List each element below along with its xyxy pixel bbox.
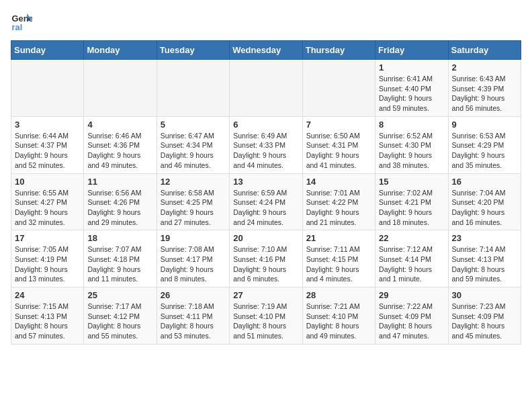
day-header-tuesday: Tuesday xyxy=(157,41,229,60)
day-number: 11 xyxy=(87,177,152,187)
calendar-body: 1Sunrise: 6:41 AM Sunset: 4:40 PM Daylig… xyxy=(11,60,521,345)
calendar-table: SundayMondayTuesdayWednesdayThursdayFrid… xyxy=(11,40,521,345)
calendar-cell: 26Sunrise: 7:18 AM Sunset: 4:11 PM Dayli… xyxy=(157,287,229,345)
calendar-header: SundayMondayTuesdayWednesdayThursdayFrid… xyxy=(11,41,521,60)
day-info: Sunrise: 7:15 AM Sunset: 4:13 PM Dayligh… xyxy=(15,302,80,341)
calendar-week-row: 10Sunrise: 6:55 AM Sunset: 4:27 PM Dayli… xyxy=(11,173,521,230)
calendar-cell: 27Sunrise: 7:19 AM Sunset: 4:10 PM Dayli… xyxy=(230,287,302,345)
calendar-cell: 28Sunrise: 7:21 AM Sunset: 4:10 PM Dayli… xyxy=(302,287,375,345)
calendar-cell: 4Sunrise: 6:46 AM Sunset: 4:36 PM Daylig… xyxy=(84,116,157,173)
day-info: Sunrise: 7:02 AM Sunset: 4:21 PM Dayligh… xyxy=(379,188,444,228)
day-number: 5 xyxy=(161,120,226,130)
day-info: Sunrise: 6:41 AM Sunset: 4:40 PM Dayligh… xyxy=(379,74,444,113)
day-info: Sunrise: 6:59 AM Sunset: 4:24 PM Dayligh… xyxy=(233,188,298,228)
day-info: Sunrise: 7:11 AM Sunset: 4:15 PM Dayligh… xyxy=(306,244,371,284)
calendar-cell: 18Sunrise: 7:07 AM Sunset: 4:18 PM Dayli… xyxy=(84,230,157,287)
day-info: Sunrise: 7:21 AM Sunset: 4:10 PM Dayligh… xyxy=(306,302,371,341)
calendar-cell: 7Sunrise: 6:50 AM Sunset: 4:31 PM Daylig… xyxy=(302,116,375,173)
day-info: Sunrise: 6:52 AM Sunset: 4:30 PM Dayligh… xyxy=(379,131,444,171)
day-number: 8 xyxy=(379,120,444,130)
calendar-cell: 6Sunrise: 6:49 AM Sunset: 4:33 PM Daylig… xyxy=(230,116,302,173)
calendar-cell: 17Sunrise: 7:05 AM Sunset: 4:19 PM Dayli… xyxy=(11,230,84,287)
day-info: Sunrise: 6:50 AM Sunset: 4:31 PM Dayligh… xyxy=(306,131,371,171)
calendar-cell: 19Sunrise: 7:08 AM Sunset: 4:17 PM Dayli… xyxy=(157,230,229,287)
day-info: Sunrise: 6:49 AM Sunset: 4:33 PM Dayligh… xyxy=(233,131,298,171)
day-info: Sunrise: 6:46 AM Sunset: 4:36 PM Dayligh… xyxy=(87,131,152,171)
day-header-sunday: Sunday xyxy=(11,41,84,60)
day-info: Sunrise: 6:55 AM Sunset: 4:27 PM Dayligh… xyxy=(15,188,80,228)
calendar-cell: 11Sunrise: 6:56 AM Sunset: 4:26 PM Dayli… xyxy=(84,173,157,230)
day-header-saturday: Saturday xyxy=(448,41,521,60)
day-info: Sunrise: 7:08 AM Sunset: 4:17 PM Dayligh… xyxy=(161,244,226,284)
day-info: Sunrise: 7:10 AM Sunset: 4:16 PM Dayligh… xyxy=(233,244,298,284)
calendar-week-row: 17Sunrise: 7:05 AM Sunset: 4:19 PM Dayli… xyxy=(11,230,521,287)
calendar-cell: 8Sunrise: 6:52 AM Sunset: 4:30 PM Daylig… xyxy=(375,116,448,173)
day-info: Sunrise: 7:23 AM Sunset: 4:09 PM Dayligh… xyxy=(452,302,517,341)
day-info: Sunrise: 7:19 AM Sunset: 4:10 PM Dayligh… xyxy=(233,302,298,341)
day-number: 10 xyxy=(15,177,80,187)
day-info: Sunrise: 6:53 AM Sunset: 4:29 PM Dayligh… xyxy=(452,131,517,171)
calendar-cell xyxy=(230,60,302,117)
day-number: 2 xyxy=(452,62,517,73)
day-header-thursday: Thursday xyxy=(302,41,375,60)
day-number: 3 xyxy=(15,120,80,130)
logo: Gene ral xyxy=(11,11,35,32)
calendar-cell: 9Sunrise: 6:53 AM Sunset: 4:29 PM Daylig… xyxy=(448,116,521,173)
calendar-week-row: 3Sunrise: 6:44 AM Sunset: 4:37 PM Daylig… xyxy=(11,116,521,173)
page-header: Gene ral xyxy=(11,11,521,32)
day-header-wednesday: Wednesday xyxy=(230,41,302,60)
calendar-cell xyxy=(302,60,375,117)
day-number: 4 xyxy=(87,120,152,130)
day-number: 20 xyxy=(233,233,298,243)
day-number: 14 xyxy=(306,177,371,187)
day-number: 23 xyxy=(452,233,517,243)
calendar-cell: 24Sunrise: 7:15 AM Sunset: 4:13 PM Dayli… xyxy=(11,287,84,345)
day-number: 26 xyxy=(161,290,226,300)
day-number: 25 xyxy=(87,290,152,300)
calendar-cell: 13Sunrise: 6:59 AM Sunset: 4:24 PM Dayli… xyxy=(230,173,302,230)
calendar-cell: 3Sunrise: 6:44 AM Sunset: 4:37 PM Daylig… xyxy=(11,116,84,173)
svg-text:ral: ral xyxy=(12,22,23,32)
day-number: 12 xyxy=(161,177,226,187)
calendar-week-row: 24Sunrise: 7:15 AM Sunset: 4:13 PM Dayli… xyxy=(11,287,521,345)
day-info: Sunrise: 6:43 AM Sunset: 4:39 PM Dayligh… xyxy=(452,74,517,113)
day-info: Sunrise: 6:56 AM Sunset: 4:26 PM Dayligh… xyxy=(87,188,152,228)
day-header-monday: Monday xyxy=(84,41,157,60)
day-info: Sunrise: 6:47 AM Sunset: 4:34 PM Dayligh… xyxy=(161,131,226,171)
calendar-cell: 15Sunrise: 7:02 AM Sunset: 4:21 PM Dayli… xyxy=(375,173,448,230)
calendar-cell: 1Sunrise: 6:41 AM Sunset: 4:40 PM Daylig… xyxy=(375,60,448,117)
day-number: 18 xyxy=(87,233,152,243)
day-info: Sunrise: 7:07 AM Sunset: 4:18 PM Dayligh… xyxy=(87,244,152,284)
page-container: Gene ral SundayMondayTuesdayWednesdayThu… xyxy=(0,0,532,350)
day-number: 28 xyxy=(306,290,371,300)
calendar-cell: 30Sunrise: 7:23 AM Sunset: 4:09 PM Dayli… xyxy=(448,287,521,345)
calendar-cell xyxy=(11,60,84,117)
day-number: 24 xyxy=(15,290,80,300)
day-number: 1 xyxy=(379,62,444,73)
day-info: Sunrise: 7:05 AM Sunset: 4:19 PM Dayligh… xyxy=(15,244,80,284)
day-info: Sunrise: 6:44 AM Sunset: 4:37 PM Dayligh… xyxy=(15,131,80,171)
day-number: 9 xyxy=(452,120,517,130)
calendar-cell xyxy=(157,60,229,117)
day-number: 13 xyxy=(233,177,298,187)
day-number: 15 xyxy=(379,177,444,187)
day-number: 29 xyxy=(379,290,444,300)
calendar-cell: 16Sunrise: 7:04 AM Sunset: 4:20 PM Dayli… xyxy=(448,173,521,230)
day-number: 21 xyxy=(306,233,371,243)
calendar-cell: 23Sunrise: 7:14 AM Sunset: 4:13 PM Dayli… xyxy=(448,230,521,287)
calendar-cell: 2Sunrise: 6:43 AM Sunset: 4:39 PM Daylig… xyxy=(448,60,521,117)
calendar-cell: 25Sunrise: 7:17 AM Sunset: 4:12 PM Dayli… xyxy=(84,287,157,345)
day-number: 16 xyxy=(452,177,517,187)
day-number: 7 xyxy=(306,120,371,130)
day-header-friday: Friday xyxy=(375,41,448,60)
day-number: 30 xyxy=(452,290,517,300)
day-info: Sunrise: 7:17 AM Sunset: 4:12 PM Dayligh… xyxy=(87,302,152,341)
calendar-cell: 29Sunrise: 7:22 AM Sunset: 4:09 PM Dayli… xyxy=(375,287,448,345)
day-info: Sunrise: 7:01 AM Sunset: 4:22 PM Dayligh… xyxy=(306,188,371,228)
calendar-week-row: 1Sunrise: 6:41 AM Sunset: 4:40 PM Daylig… xyxy=(11,60,521,117)
day-info: Sunrise: 7:14 AM Sunset: 4:13 PM Dayligh… xyxy=(452,244,517,284)
calendar-cell: 5Sunrise: 6:47 AM Sunset: 4:34 PM Daylig… xyxy=(157,116,229,173)
day-number: 17 xyxy=(15,233,80,243)
calendar-cell: 14Sunrise: 7:01 AM Sunset: 4:22 PM Dayli… xyxy=(302,173,375,230)
day-number: 19 xyxy=(161,233,226,243)
